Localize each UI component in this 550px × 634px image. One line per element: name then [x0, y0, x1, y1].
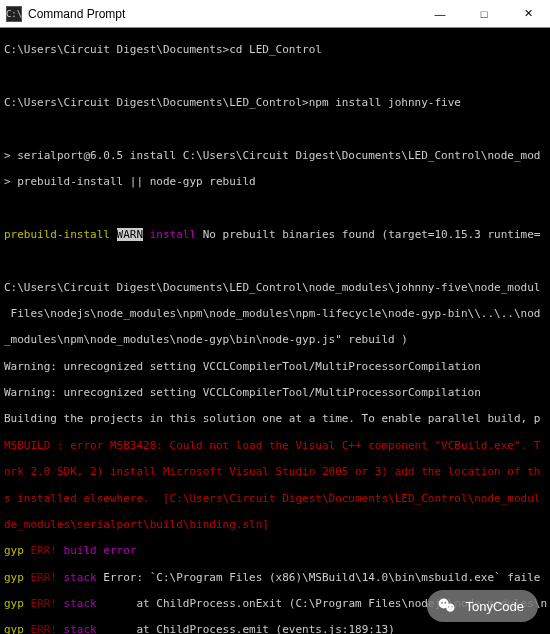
- svg-point-5: [452, 606, 453, 607]
- error-line: s installed elsewhere. [C:\Users\Circuit…: [4, 492, 546, 505]
- wechat-icon: [437, 596, 457, 616]
- output-text: Error: `C:\Program Files (x86)\MSBuild\1…: [97, 571, 541, 584]
- err-badge: ERR!: [31, 571, 58, 584]
- wechat-badge: TonyCode: [427, 590, 538, 622]
- wechat-label: TonyCode: [465, 599, 524, 614]
- cmd-icon: C:\: [6, 6, 22, 22]
- output-line: Warning: unrecognized setting VCCLCompil…: [4, 360, 546, 373]
- gyp-label: gyp: [4, 597, 31, 610]
- output-line: _modules\npm\node_modules\node-gyp\bin\n…: [4, 333, 546, 346]
- err-badge: ERR!: [31, 544, 58, 557]
- prompt: C:\Users\Circuit Digest\Documents\LED_Co…: [4, 96, 309, 109]
- output-line: C:\Users\Circuit Digest\Documents\LED_Co…: [4, 281, 546, 294]
- warn-badge: WARN: [117, 228, 144, 241]
- output-line: Building the projects in this solution o…: [4, 412, 546, 425]
- gyp-label: gyp: [4, 571, 31, 584]
- close-button[interactable]: ✕: [506, 0, 550, 28]
- terminal-output[interactable]: C:\Users\Circuit Digest\Documents>cd LED…: [0, 28, 550, 634]
- err-cat: stack: [57, 597, 97, 610]
- prompt: C:\Users\Circuit Digest\Documents>: [4, 43, 229, 56]
- output-line: Files\nodejs\node_modules\npm\node_modul…: [4, 307, 546, 320]
- err-badge: ERR!: [31, 597, 58, 610]
- output-line: Warning: unrecognized setting VCCLCompil…: [4, 386, 546, 399]
- window-title: Command Prompt: [28, 7, 418, 21]
- error-line: ork 2.0 SDK, 2) install Microsoft Visual…: [4, 465, 546, 478]
- maximize-button[interactable]: □: [462, 0, 506, 28]
- titlebar: C:\ Command Prompt — □ ✕: [0, 0, 550, 28]
- err-badge: ERR!: [31, 623, 58, 634]
- output-text: at ChildProcess.emit (events.js:189:13): [97, 623, 395, 634]
- command-text: cd LED_Control: [229, 43, 322, 56]
- output-text: prebuild-install: [4, 228, 117, 241]
- svg-point-1: [447, 604, 455, 612]
- err-cat: stack: [57, 623, 97, 634]
- output-line: > prebuild-install || node-gyp rebuild: [4, 175, 546, 188]
- svg-point-2: [442, 602, 444, 604]
- svg-point-3: [445, 602, 447, 604]
- error-line: de_modules\serialport\build\binding.sln]: [4, 518, 546, 531]
- err-text: build error: [57, 544, 136, 557]
- command-text: npm install johnny-five: [309, 96, 461, 109]
- gyp-label: gyp: [4, 544, 31, 557]
- svg-point-4: [448, 606, 449, 607]
- output-text: No prebuilt binaries found (target=10.15…: [203, 228, 541, 241]
- minimize-button[interactable]: —: [418, 0, 462, 28]
- gyp-label: gyp: [4, 623, 31, 634]
- error-line: MSBUILD : error MSB3428: Could not load …: [4, 439, 546, 452]
- err-cat: stack: [57, 571, 97, 584]
- output-text: install: [143, 228, 203, 241]
- output-line: > serialport@6.0.5 install C:\Users\Circ…: [4, 149, 546, 162]
